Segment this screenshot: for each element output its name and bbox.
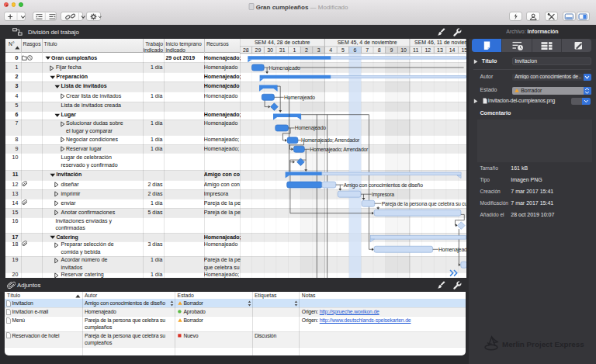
svg-text:Homenajeado: Homenajeado xyxy=(438,246,466,252)
svg-text:3: 3 xyxy=(317,47,321,52)
svg-text:2: 2 xyxy=(305,47,308,52)
svg-text:29: 29 xyxy=(255,47,262,52)
svg-text:Homenajeado; Arrendador: Homenajeado; Arrendador xyxy=(310,146,369,152)
svg-text:9: 9 xyxy=(390,47,393,52)
svg-text:SEM 45, 4 de noviembre: SEM 45, 4 de noviembre xyxy=(338,40,397,45)
svg-text:Homenajeado; Arrendador: Homenajeado; Arrendador xyxy=(301,137,360,144)
svg-text:SEM 44, 28 de octubre: SEM 44, 28 de octubre xyxy=(255,40,310,45)
svg-text:Impresora: Impresora xyxy=(372,191,394,197)
svg-text:Homenajeado: Homenajeado xyxy=(269,64,300,71)
svg-text:1: 1 xyxy=(293,47,296,52)
svg-text:Pareja de la persona que celeb: Pareja de la persona que celebra su cump… xyxy=(382,200,466,206)
svg-text:6: 6 xyxy=(354,47,357,52)
svg-text:31: 31 xyxy=(279,47,286,52)
svg-text:Homenajeado: Homenajeado xyxy=(295,125,326,131)
svg-text:SEM 46, 11 de noviembre: SEM 46, 11 de noviembre xyxy=(414,40,466,45)
svg-text:7: 7 xyxy=(366,47,369,52)
svg-text:Homenajeado: Homenajeado xyxy=(284,94,315,100)
svg-text:4: 4 xyxy=(330,47,333,52)
svg-text:14: 14 xyxy=(449,47,456,52)
svg-text:15: 15 xyxy=(462,47,466,52)
svg-text:Amigo con conocimientos de dis: Amigo con conocimientos de diseño xyxy=(344,182,423,188)
svg-text:11: 11 xyxy=(413,47,418,52)
svg-text:5: 5 xyxy=(341,47,345,52)
svg-text:12: 12 xyxy=(425,47,431,52)
svg-text:28: 28 xyxy=(243,47,249,52)
svg-text:30: 30 xyxy=(268,47,274,52)
svg-text:8: 8 xyxy=(378,47,381,52)
svg-text:13: 13 xyxy=(437,47,443,52)
svg-text:10: 10 xyxy=(401,47,407,52)
